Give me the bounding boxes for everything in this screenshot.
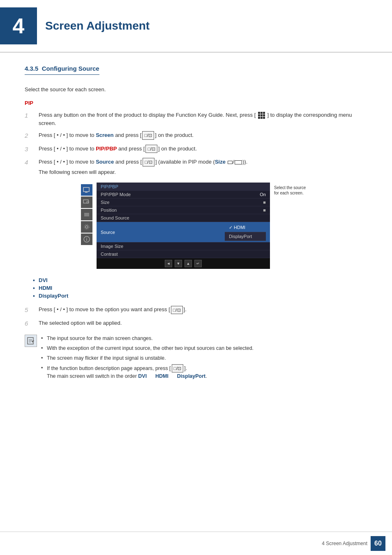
nav-up: ▲ — [184, 260, 192, 267]
grid-icon — [258, 112, 265, 119]
footer-chapter-text: 4 Screen Adjustment — [322, 541, 367, 546]
svg-point-7 — [85, 226, 88, 228]
menu-icon-lines — [81, 209, 92, 220]
section-heading: 4.3.5 Configuring Source — [25, 65, 99, 75]
menu-icon-gear — [81, 221, 92, 233]
note-3: The screen may flicker if the input sign… — [41, 354, 254, 362]
enter-icon-2: □/⊡ — [145, 145, 157, 153]
note-2: With the exception of the current input … — [41, 345, 254, 352]
source-submenu: ✓ HDMI DisplayPort — [225, 223, 266, 241]
submenu-hdmi: ✓ HDMI — [225, 223, 266, 232]
step-5: 5 Press [ • / • ] to move to the option … — [25, 305, 367, 315]
menu-callout: Select the source for each screen. — [274, 185, 311, 196]
nav-left: ◄ — [165, 260, 172, 267]
pip-heading: PIP — [25, 100, 367, 106]
menu-row-source: Source ✓ HDMI DisplayPort — [97, 222, 270, 243]
bullet-options: DVI HDMI DisplayPort — [33, 277, 367, 299]
footer: 4 Screen Adjustment 60 — [0, 532, 392, 555]
menu-row-contrast: Contrast — [97, 250, 270, 258]
menu-row-pipmode: PIP/PBP Mode On — [97, 191, 270, 199]
menu-panel: PIP/PBP PIP/PBP Mode On Size ■ Position … — [97, 183, 270, 269]
menu-row-imagesize: Image Size — [97, 243, 270, 250]
nav-down: ▼ — [175, 260, 182, 267]
note-bullets: The input source for the main screen cha… — [41, 335, 254, 382]
note-4: If the function button description page … — [41, 364, 254, 380]
svg-rect-1 — [85, 192, 88, 193]
section-intro: Select the source for each screen. — [25, 86, 367, 92]
menu-bottom-bar: ◄ ▼ ▲ ↵ — [97, 258, 270, 269]
enter-icon-4: □/⊡ — [171, 306, 183, 314]
size-small-icon — [228, 161, 233, 164]
nav-enter: ↵ — [194, 260, 202, 267]
steps-list: 1 Press any button on the front of the p… — [25, 111, 367, 176]
menu-icons-column: i — [81, 184, 92, 245]
main-content: 4.3.5 Configuring Source Select the sour… — [0, 53, 392, 407]
chapter-number: 4 — [0, 7, 37, 44]
svg-rect-0 — [83, 187, 89, 192]
step-4: 4 Press [ • / • ] to move to Source and … — [25, 158, 367, 176]
enter-icon: □/⊡ — [142, 131, 154, 140]
menu-row-size: Size ■ — [97, 199, 270, 206]
menu-row-position: Position ■ — [97, 206, 270, 214]
menu-icon-pip — [81, 197, 92, 208]
note-section: The input source for the main screen cha… — [25, 335, 367, 382]
menu-icon-monitor — [81, 184, 92, 196]
footer-page-number: 60 — [371, 536, 385, 551]
menu-icon-info: i — [81, 234, 92, 245]
option-displayport: DisplayPort — [33, 293, 367, 299]
step-3: 3 Press [ • / • ] to move to PIP/PBP and… — [25, 145, 367, 154]
note-enter-icon: □/⊡ — [172, 364, 184, 373]
menu-screenshot: i PIP/PBP PIP/PBP Mode On Size ■ Positio… — [81, 183, 311, 269]
svg-point-8 — [84, 224, 89, 229]
submenu-displayport: DisplayPort — [225, 232, 266, 241]
step-2: 2 Press [ • / • ] to move to Screen and … — [25, 131, 367, 141]
note-icon — [25, 335, 37, 347]
step4-sub: The following screen will appear. — [39, 168, 116, 176]
svg-text:i: i — [86, 237, 88, 242]
note-1: The input source for the main screen cha… — [41, 335, 254, 342]
step-1: 1 Press any button on the front of the p… — [25, 111, 367, 127]
enter-icon-3: □/⊡ — [143, 158, 154, 166]
chapter-header: 4 Screen Adjustment — [0, 0, 392, 53]
steps-list-2: 5 Press [ • / • ] to move to the option … — [25, 305, 367, 328]
menu-panel-header: PIP/PBP — [97, 183, 270, 191]
menu-row-sound: Sound Source — [97, 214, 270, 222]
step-6: 6 The selected option will be applied. — [25, 319, 367, 328]
option-dvi: DVI — [33, 277, 367, 283]
chapter-title: Screen Adjustment — [45, 19, 150, 32]
option-hdmi: HDMI — [33, 285, 367, 291]
size-large-icon — [235, 160, 242, 164]
step6-text: The selected option will be applied. — [39, 319, 367, 327]
